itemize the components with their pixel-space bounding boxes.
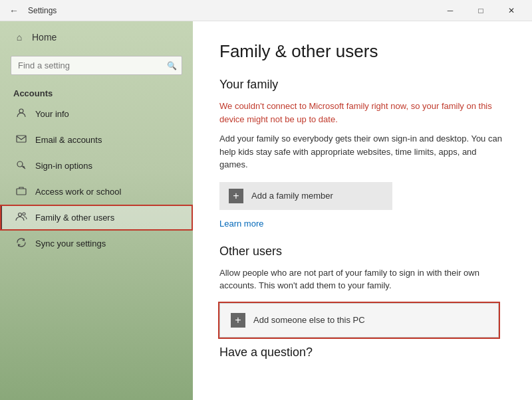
sign-in-label: Sign-in options: [35, 161, 92, 171]
your-info-label: Your info: [35, 109, 69, 119]
person-group-icon: [15, 211, 27, 224]
sidebar-item-home[interactable]: ⌂ Home: [0, 21, 193, 53]
have-question-title: Have a question?: [219, 346, 505, 359]
close-button[interactable]: ✕: [496, 0, 527, 21]
content-area: Family & other users Your family We coul…: [193, 21, 532, 400]
sidebar: ⌂ Home 🔍 Accounts Your info: [0, 21, 193, 400]
family-description: Add your family so everybody gets their …: [219, 132, 505, 171]
title-bar: ← Settings ─ □ ✕: [0, 0, 532, 21]
add-someone-button[interactable]: + Add someone else to this PC: [219, 303, 499, 338]
title-bar-left: ← Settings: [5, 4, 57, 17]
svg-point-4: [19, 213, 22, 217]
briefcase-icon: [15, 185, 27, 198]
other-users-description: Allow people who are not part of your fa…: [219, 266, 505, 292]
home-icon: ⌂: [13, 32, 25, 43]
app-body: ⌂ Home 🔍 Accounts Your info: [0, 21, 532, 400]
window-title: Settings: [28, 6, 57, 15]
sidebar-item-your-info[interactable]: Your info: [0, 101, 193, 127]
svg-point-0: [19, 109, 23, 113]
add-someone-label: Add someone else to this PC: [253, 315, 365, 325]
search-input[interactable]: [11, 56, 182, 75]
other-users-title: Other users: [219, 245, 505, 258]
svg-point-5: [23, 213, 25, 215]
sidebar-item-family-users[interactable]: Family & other users: [0, 205, 193, 231]
minimize-button[interactable]: ─: [435, 0, 466, 21]
title-bar-nav: ←: [5, 4, 23, 17]
window-controls: ─ □ ✕: [435, 0, 527, 21]
home-label: Home: [32, 32, 57, 43]
page-title: Family & other users: [219, 41, 505, 62]
sidebar-item-sync[interactable]: Sync your settings: [0, 231, 193, 256]
learn-more-link[interactable]: Learn more: [219, 219, 263, 229]
svg-rect-1: [17, 136, 26, 142]
add-someone-plus-icon: +: [231, 313, 245, 328]
section-title: Accounts: [0, 83, 193, 101]
sync-label: Sync your settings: [35, 239, 106, 249]
svg-rect-3: [17, 189, 26, 195]
sidebar-item-email-accounts[interactable]: Email & accounts: [0, 127, 193, 153]
key-icon: [15, 159, 27, 172]
sidebar-item-sign-in[interactable]: Sign-in options: [0, 153, 193, 179]
search-container: 🔍: [11, 56, 182, 75]
work-school-label: Access work or school: [35, 187, 121, 197]
back-button[interactable]: ←: [5, 4, 23, 17]
maximize-button[interactable]: □: [466, 0, 496, 21]
sidebar-item-work-school[interactable]: Access work or school: [0, 179, 193, 205]
plus-icon: +: [229, 189, 243, 203]
error-message: We couldn't connect to Microsoft family …: [219, 100, 505, 126]
family-users-label: Family & other users: [35, 213, 114, 223]
your-family-title: Your family: [219, 78, 505, 92]
person-icon: [15, 108, 27, 120]
envelope-icon: [15, 134, 27, 146]
email-accounts-label: Email & accounts: [35, 135, 102, 145]
search-icon: 🔍: [167, 61, 177, 70]
sync-icon: [15, 237, 27, 250]
add-family-member-label: Add a family member: [251, 191, 333, 201]
svg-point-2: [17, 161, 23, 167]
add-family-member-button[interactable]: + Add a family member: [219, 182, 392, 210]
